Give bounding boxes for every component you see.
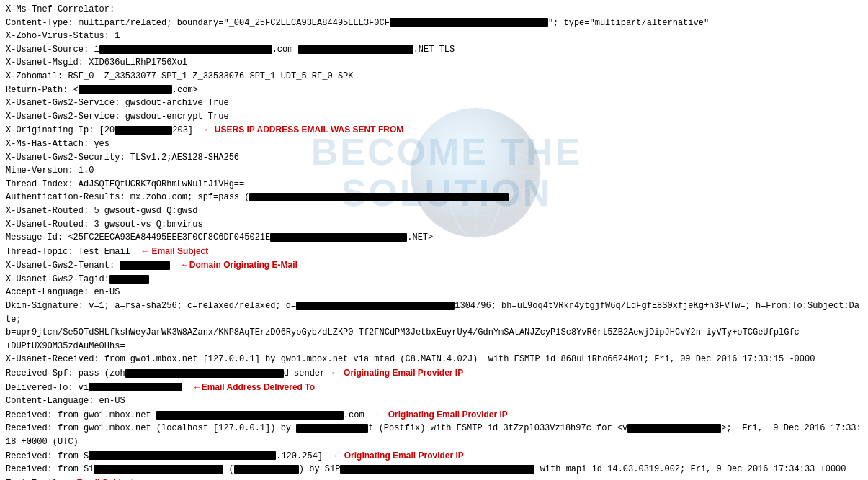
- email-line-line8: X-Usanet-Gws2-Service: gwsdout-archive T…: [6, 96, 862, 110]
- redacted-content: [89, 451, 276, 460]
- redacted-content: [125, 369, 284, 378]
- email-line-line17: X-Usanet-Routed: 3 gwsout-vs Q:bmvirus: [6, 218, 862, 232]
- email-line-line31: Received: from gwo1.mbox.net (localhost …: [6, 422, 862, 448]
- text-segment: .com>: [172, 85, 198, 95]
- email-header-content: BECOME THE SOLUTION X-Ms-Tnef-Correlator…: [0, 0, 868, 480]
- annotation-label: ← Originating Email Provider IP: [330, 368, 463, 378]
- text-segment: ) by S1P: [299, 464, 341, 474]
- email-line-line16: X-Usanet-Routed: 5 gwsout-gwsd Q:gwsd: [6, 204, 862, 218]
- email-line-line30: Received: from gwo1.mbox.net .com ← Orig…: [6, 408, 862, 422]
- redacted-content: [109, 275, 149, 284]
- redacted-content: [340, 465, 534, 474]
- email-line-line2: Content-Type: multipart/related; boundar…: [6, 17, 862, 30]
- redacted-content: [89, 383, 182, 391]
- email-line-line13: Mime-Version: 1.0: [6, 164, 862, 178]
- text-segment: Received: from gwo1.mbox.net: [6, 410, 156, 420]
- email-line-line3: X-Zoho-Virus-Status: 1: [6, 30, 862, 43]
- redacted-content: [79, 85, 172, 94]
- text-segment: .120.254]: [276, 451, 333, 461]
- email-line-line12: X-Usanet-Gws2-Security: TLSv1.2;AES128-S…: [6, 151, 862, 165]
- email-line-line29: Content-Language: en-US: [6, 394, 862, 408]
- email-line-line11: X-Ms-Has-Attach: yes: [6, 137, 862, 151]
- email-lines: X-Ms-Tnef-Correlator:Content-Type: multi…: [6, 3, 862, 480]
- redacted-content: [234, 465, 299, 474]
- text-segment: .com: [344, 410, 375, 420]
- email-line-line10: X-Originating-Ip: [20203] ← USERS IP ADD…: [6, 123, 862, 137]
- email-line-line5: X-Usanet-Msgid: XID636uLiRhP1756Xo1: [6, 56, 862, 70]
- text-segment: Authentication-Results: mx.zoho.com; spf…: [6, 192, 249, 202]
- email-line-line4: X-Usanet-Source: 1.com .NET TLS: [6, 43, 862, 57]
- email-line-line14: Thread-Index: AdJSQIEQtUCRK7qORhmLwNultJ…: [6, 178, 862, 191]
- redacted-content: [94, 465, 223, 474]
- redacted-content: [270, 233, 407, 242]
- email-line-line22: Accept-Language: en-US: [6, 286, 862, 299]
- redacted-content: [156, 411, 344, 420]
- email-line-line6: X-Zohomail: RSF_0 Z_33533077 SPT_1 Z_335…: [6, 70, 862, 83]
- text-segment: .NET>: [407, 232, 433, 243]
- text-segment: X-Usanet-Source: 1: [6, 45, 99, 55]
- redacted-content: [298, 45, 413, 54]
- redacted-content: [115, 126, 172, 135]
- email-line-line15: Authentication-Results: mx.zoho.com; spf…: [6, 191, 862, 204]
- text-segment: 203]: [172, 125, 203, 135]
- email-line-line23: Dkim-Signature: v=1; a=rsa-sha256; c=rel…: [6, 299, 862, 326]
- text-segment: Thread-Topic: Test Email: [6, 247, 140, 257]
- redacted-content: [296, 302, 455, 310]
- text-segment: Received: from S: [6, 451, 89, 461]
- email-line-line19: Thread-Topic: Test Email ← Email Subject: [6, 245, 862, 259]
- email-line-line28: Delivered-To: vi ←Email Address Delivere…: [6, 381, 862, 395]
- email-line-line24: b=upr9jtcm/Se5OTdSHLfkshWeyJarWK3W8AZanx…: [6, 326, 862, 340]
- email-line-line27: Received-Spf: pass (zohd sender ← Origin…: [6, 366, 862, 381]
- annotation-label: ←Email Address Delivered To: [193, 382, 315, 392]
- text-segment: d sender: [284, 368, 331, 379]
- text-segment: Dkim-Signature: v=1; a=rsa-sha256; c=rel…: [6, 301, 296, 311]
- text-segment: (: [223, 464, 233, 474]
- text-segment: .com: [272, 45, 298, 55]
- email-line-line35: Test Email ←Email Subject: [6, 476, 862, 480]
- text-segment: Message-Id: <25FC2EECA93EA84495EEE3F0CF8…: [6, 232, 270, 243]
- text-segment: [170, 261, 180, 271]
- annotation-label: ← Email Subject: [140, 246, 208, 256]
- annotation-label: ← Originating Email Provider IP: [375, 409, 508, 420]
- text-segment: t (Postfix) with ESMTP id 3tZzpl033Vz18h…: [368, 423, 627, 433]
- text-segment: X-Originating-Ip: [20: [6, 125, 115, 135]
- email-line-line1: X-Ms-Tnef-Correlator:: [6, 3, 862, 17]
- annotation-label: ← USERS IP ADDRESS EMAIL WAS SENT FROM: [203, 124, 403, 135]
- email-line-line18: Message-Id: <25FC2EECA93EA84495EEE3F0CF8…: [6, 231, 862, 245]
- email-line-line32: Received: from S.120.254] ← Originating …: [6, 449, 862, 463]
- email-line-line26: X-Usanet-Received: from gwo1.mbox.net [1…: [6, 353, 862, 366]
- text-segment: X-Usanet-Gws2-Tagid:: [6, 274, 109, 284]
- text-segment: Content-Type: multipart/related; boundar…: [6, 18, 390, 28]
- text-segment: Received: from S1: [6, 464, 94, 474]
- text-segment: [182, 383, 192, 393]
- text-segment: with mapi id 14.03.0319.002; Fri, 9 Dec …: [534, 464, 846, 474]
- redacted-content: [120, 261, 170, 270]
- text-segment: Received: from gwo1.mbox.net (localhost …: [6, 423, 296, 433]
- redacted-content: [296, 424, 368, 433]
- text-segment: "; type="multipart/alternative": [548, 18, 709, 28]
- text-segment: Delivered-To: vi: [6, 383, 89, 393]
- email-line-line34: Received: from S1 () by S1P with mapi id…: [6, 463, 862, 476]
- annotation-label: ← Originating Email Provider IP: [333, 450, 463, 461]
- email-line-line9: X-Usanet-Gws2-Service: gwsdout-encrypt T…: [6, 110, 862, 124]
- text-segment: Received-Spf: pass (zoh: [6, 368, 125, 379]
- redacted-content: [390, 18, 548, 27]
- annotation-label: ←Domain Originating E-Mail: [181, 260, 297, 270]
- redacted-content: [627, 424, 721, 433]
- email-line-line25: +DUPtUX9OM35zdAuMe0Hhs=: [6, 340, 862, 353]
- redacted-content: [99, 45, 272, 54]
- email-line-line21: X-Usanet-Gws2-Tagid:: [6, 273, 862, 286]
- text-segment: X-Usanet-Gws2-Tenant:: [6, 261, 120, 271]
- email-line-line20: X-Usanet-Gws2-Tenant: ←Domain Originatin…: [6, 258, 862, 273]
- email-line-line7: Return-Path: <.com>: [6, 83, 862, 97]
- redacted-content: [249, 193, 509, 201]
- text-segment: Return-Path: <: [6, 85, 79, 95]
- text-segment: .NET TLS: [413, 45, 455, 55]
